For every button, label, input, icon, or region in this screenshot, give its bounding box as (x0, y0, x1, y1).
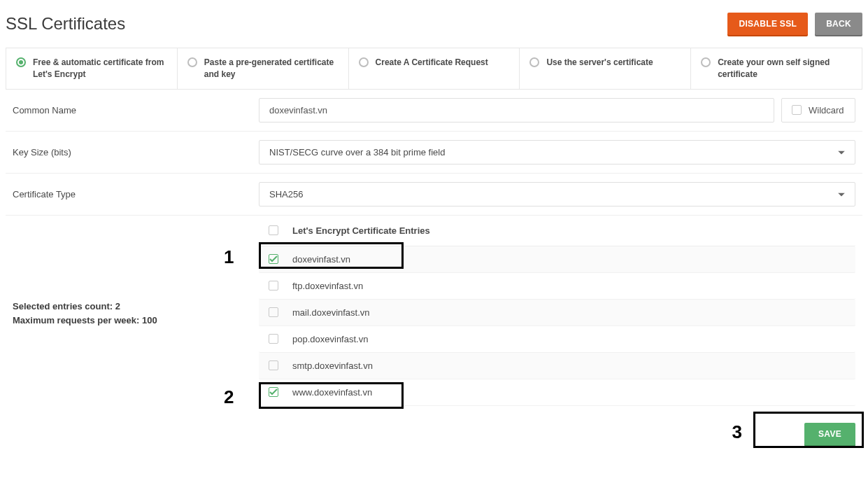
annotation-2: 2 (224, 386, 234, 408)
chevron-down-icon (838, 147, 845, 158)
wildcard-toggle[interactable]: Wildcard (781, 98, 855, 122)
key-size-select[interactable]: NIST/SECG curve over a 384 bit prime fie… (259, 140, 855, 164)
entries-header-row: Let's Encrypt Certificate Entries (259, 221, 855, 246)
radio-icon (16, 57, 26, 67)
entries-list: 1 2 Let's Encrypt Certificate Entries do… (259, 221, 855, 406)
cert-type-label: Certificate Type (13, 189, 259, 200)
entry-label: pop.doxevinfast.vn (292, 334, 368, 344)
tab-lets-encrypt[interactable]: Free & automatic certificate from Let's … (6, 48, 178, 89)
key-size-label: Key Size (bits) (13, 147, 259, 158)
tab-server-cert[interactable]: Use the server's certificate (520, 48, 691, 89)
entry-row[interactable]: pop.doxevinfast.vn (259, 326, 855, 353)
save-button[interactable]: SAVE (804, 423, 855, 445)
entry-label: smtp.doxevinfast.vn (292, 360, 373, 371)
ssl-mode-tabs: Free & automatic certificate from Let's … (6, 48, 862, 90)
entry-checkbox[interactable] (269, 334, 278, 344)
entry-row[interactable]: doxevinfast.vn (259, 246, 855, 273)
entry-label: mail.doxevinfast.vn (292, 307, 370, 318)
common-name-label: Common Name (13, 105, 259, 115)
entry-label: ftp.doxevinfast.vn (292, 281, 363, 291)
tab-label: Free & automatic certificate from Let's … (33, 57, 167, 80)
header-buttons: DISABLE SSL BACK (727, 13, 862, 35)
row-cert-type: Certificate Type SHA256 (6, 174, 862, 216)
annotation-3: 3 (732, 421, 742, 443)
disable-ssl-button[interactable]: DISABLE SSL (727, 13, 808, 35)
select-value: SHA256 (269, 189, 303, 200)
chevron-down-icon (838, 189, 845, 200)
entry-row[interactable]: mail.doxevinfast.vn (259, 300, 855, 326)
entry-checkbox[interactable] (269, 254, 278, 264)
entries-meta: Selected entries count: 2 Maximum reques… (13, 221, 259, 406)
entry-checkbox[interactable] (269, 387, 278, 397)
tab-create-csr[interactable]: Create A Certificate Request (349, 48, 520, 89)
form-body: Common Name Wildcard Key Size (bits) NIS… (6, 90, 862, 455)
entry-checkbox[interactable] (269, 307, 278, 317)
checkbox-icon (792, 105, 802, 115)
cert-type-select[interactable]: SHA256 (259, 182, 855, 206)
page-title: SSL Certificates (6, 14, 125, 34)
max-requests: Maximum requests per week: 100 (13, 314, 259, 328)
wildcard-label: Wildcard (809, 105, 844, 115)
entry-row[interactable]: www.doxevinfast.vn (259, 379, 855, 406)
select-all-checkbox[interactable] (269, 225, 278, 235)
row-common-name: Common Name Wildcard (6, 90, 862, 132)
header-bar: SSL Certificates DISABLE SSL BACK (6, 6, 862, 48)
tab-label: Create A Certificate Request (376, 57, 488, 69)
entry-row[interactable]: ftp.doxevinfast.vn (259, 273, 855, 300)
back-button[interactable]: BACK (815, 13, 862, 35)
radio-icon (529, 57, 539, 67)
row-key-size: Key Size (bits) NIST/SECG curve over a 3… (6, 132, 862, 174)
tab-self-signed[interactable]: Create your own self signed certificate (691, 48, 862, 89)
select-value: NIST/SECG curve over a 384 bit prime fie… (269, 147, 445, 158)
radio-icon (359, 57, 369, 67)
entry-checkbox[interactable] (269, 360, 278, 370)
radio-icon (187, 57, 197, 67)
entry-label: doxevinfast.vn (292, 254, 350, 265)
tab-label: Paste a pre-generated certificate and ke… (204, 57, 339, 80)
annotation-1: 1 (224, 246, 234, 268)
footer-row: 3 SAVE (6, 413, 862, 455)
entry-label: www.doxevinfast.vn (292, 387, 372, 398)
radio-icon (701, 57, 711, 67)
entry-checkbox[interactable] (269, 281, 278, 290)
entries-header-label: Let's Encrypt Certificate Entries (292, 225, 430, 236)
tab-label: Create your own self signed certificate (718, 57, 852, 80)
entries-section: Selected entries count: 2 Maximum reques… (6, 216, 862, 413)
common-name-input[interactable] (259, 98, 774, 122)
selected-count: Selected entries count: 2 (13, 300, 259, 314)
tab-paste-cert[interactable]: Paste a pre-generated certificate and ke… (178, 48, 349, 89)
tab-label: Use the server's certificate (546, 57, 653, 69)
entry-row[interactable]: smtp.doxevinfast.vn (259, 353, 855, 379)
